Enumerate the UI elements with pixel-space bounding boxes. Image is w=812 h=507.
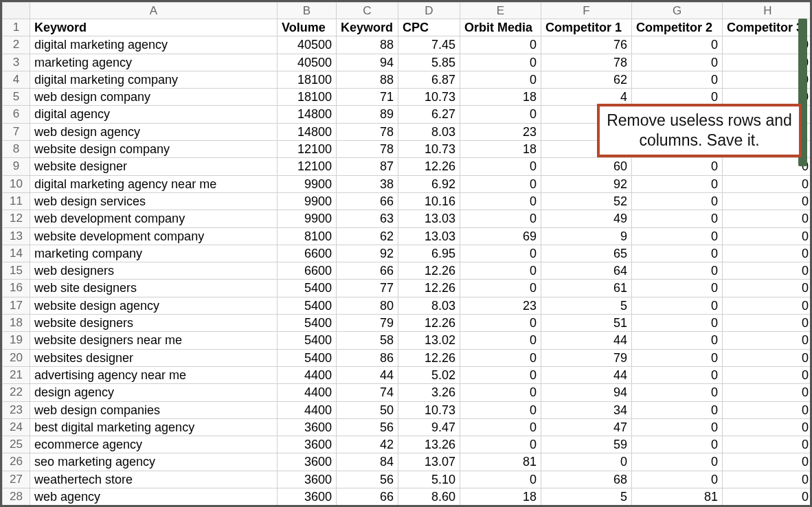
table-row[interactable]: 20websites designer54008612.2607900 xyxy=(3,349,811,366)
cell[interactable]: 87 xyxy=(337,158,398,175)
cell[interactable]: 34 xyxy=(541,401,632,418)
cell[interactable]: digital agency xyxy=(30,106,278,123)
cell[interactable]: 65 xyxy=(541,245,632,262)
cell[interactable]: 0 xyxy=(460,192,541,210)
cell[interactable]: 5400 xyxy=(278,280,337,297)
cell[interactable]: 23 xyxy=(460,123,541,140)
cell[interactable]: 0 xyxy=(723,384,811,401)
cell[interactable]: 0 xyxy=(632,245,723,262)
cell[interactable]: 0 xyxy=(460,280,541,297)
cell[interactable]: 66 xyxy=(337,192,398,210)
cell[interactable]: 0 xyxy=(460,418,541,436)
cell[interactable]: 4400 xyxy=(278,401,337,418)
cell[interactable]: 0 xyxy=(460,245,541,262)
cell[interactable]: 78 xyxy=(541,54,632,71)
cell[interactable]: marketing company xyxy=(30,245,278,262)
cell[interactable]: 0 xyxy=(632,366,723,383)
cell[interactable]: 63 xyxy=(337,210,398,227)
table-row[interactable]: 25ecommerce agency36004213.2605900 xyxy=(3,436,811,453)
row-header[interactable]: 14 xyxy=(3,245,30,262)
cell[interactable]: websites designer xyxy=(30,349,278,366)
cell[interactable]: 3600 xyxy=(278,471,337,488)
cell[interactable]: 47 xyxy=(541,418,632,436)
cell[interactable]: 0 xyxy=(723,332,811,349)
cell[interactable]: 0 xyxy=(723,192,811,210)
col-header-D[interactable]: D xyxy=(398,3,460,19)
cell[interactable]: CPC xyxy=(398,19,460,36)
cell[interactable]: web design company xyxy=(30,89,278,106)
cell[interactable]: 0 xyxy=(460,332,541,349)
cell[interactable]: 4400 xyxy=(278,384,337,401)
cell[interactable]: Orbit Media xyxy=(460,19,541,36)
cell[interactable]: 0 xyxy=(632,436,723,453)
cell[interactable]: website development company xyxy=(30,227,278,245)
row-header[interactable]: 10 xyxy=(3,175,30,192)
cell[interactable]: 9900 xyxy=(278,192,337,210)
cell[interactable]: 0 xyxy=(460,71,541,88)
cell[interactable]: 10.73 xyxy=(398,89,460,106)
cell[interactable]: 0 xyxy=(460,158,541,175)
cell[interactable]: Competitor 2 xyxy=(632,19,723,36)
cell[interactable]: 13.03 xyxy=(398,227,460,245)
cell[interactable]: 0 xyxy=(460,175,541,192)
table-row[interactable]: 27weathertech store3600565.1006800 xyxy=(3,471,811,488)
cell[interactable]: 76 xyxy=(541,36,632,54)
cell[interactable]: 5 xyxy=(541,488,632,505)
cell[interactable]: 0 xyxy=(723,488,811,505)
cell[interactable]: 9 xyxy=(541,227,632,245)
cell[interactable]: 10.73 xyxy=(398,141,460,158)
cell[interactable]: 0 xyxy=(632,297,723,314)
cell[interactable]: 4400 xyxy=(278,366,337,383)
cell[interactable]: 0 xyxy=(460,384,541,401)
cell[interactable]: 5 xyxy=(541,297,632,314)
cell[interactable]: 12100 xyxy=(278,141,337,158)
table-row[interactable]: 9website designer121008712.2606000 xyxy=(3,158,811,175)
cell[interactable]: 12.26 xyxy=(398,280,460,297)
table-row[interactable]: 26seo marketing agency36008413.0781000 xyxy=(3,453,811,471)
cell[interactable]: ecommerce agency xyxy=(30,436,278,453)
cell[interactable]: 0 xyxy=(723,280,811,297)
cell[interactable]: Keyword xyxy=(337,19,398,36)
cell[interactable]: 0 xyxy=(723,36,811,54)
select-all-corner[interactable] xyxy=(3,3,30,19)
cell[interactable]: 0 xyxy=(632,192,723,210)
row-header[interactable]: 19 xyxy=(3,332,30,349)
cell[interactable]: 0 xyxy=(541,453,632,471)
cell[interactable]: 81 xyxy=(632,488,723,505)
table-row[interactable]: 16web site designers54007712.2606100 xyxy=(3,280,811,297)
cell[interactable]: 62 xyxy=(337,227,398,245)
cell[interactable]: 60 xyxy=(541,158,632,175)
table-row[interactable]: 22design agency4400743.2609400 xyxy=(3,384,811,401)
cell[interactable]: 8.60 xyxy=(398,488,460,505)
row-header[interactable]: 25 xyxy=(3,436,30,453)
cell[interactable]: 52 xyxy=(541,192,632,210)
cell[interactable]: 77 xyxy=(337,280,398,297)
cell[interactable]: 44 xyxy=(541,332,632,349)
cell[interactable]: 64 xyxy=(541,262,632,280)
cell[interactable]: 12.26 xyxy=(398,349,460,366)
row-header[interactable]: 13 xyxy=(3,227,30,245)
cell[interactable]: digital marketing agency xyxy=(30,36,278,54)
cell[interactable]: 38 xyxy=(337,175,398,192)
cell[interactable]: 0 xyxy=(632,332,723,349)
table-row[interactable]: 10digital marketing agency near me990038… xyxy=(3,175,811,192)
cell[interactable]: 0 xyxy=(723,175,811,192)
cell[interactable]: 5.02 xyxy=(398,366,460,383)
cell[interactable]: 0 xyxy=(632,71,723,88)
cell[interactable]: 79 xyxy=(337,315,398,332)
col-header-F[interactable]: F xyxy=(541,3,632,19)
cell[interactable]: website designers near me xyxy=(30,332,278,349)
cell[interactable]: 3600 xyxy=(278,436,337,453)
cell[interactable]: 12.26 xyxy=(398,158,460,175)
cell[interactable]: web designers xyxy=(30,262,278,280)
row-header[interactable]: 8 xyxy=(3,141,30,158)
cell[interactable]: 0 xyxy=(632,210,723,227)
cell[interactable]: 51 xyxy=(541,315,632,332)
cell[interactable]: 5400 xyxy=(278,332,337,349)
cell[interactable]: 0 xyxy=(723,471,811,488)
cell[interactable]: 0 xyxy=(460,436,541,453)
cell[interactable]: 9900 xyxy=(278,210,337,227)
cell[interactable]: 7.45 xyxy=(398,36,460,54)
cell[interactable]: website design agency xyxy=(30,297,278,314)
cell[interactable]: 40500 xyxy=(278,54,337,71)
